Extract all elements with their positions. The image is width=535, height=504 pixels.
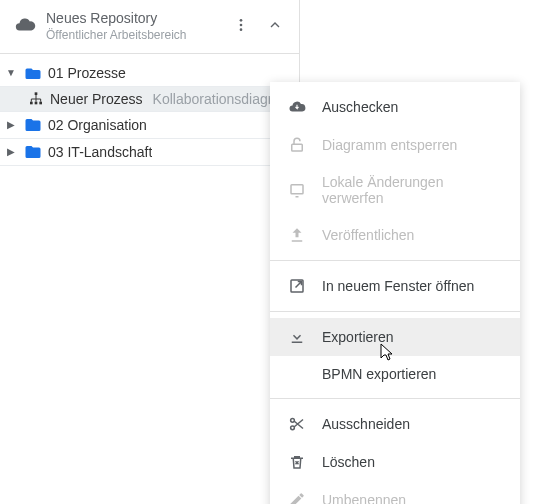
tree-folder-organisation[interactable]: ▶ 02 Organisation bbox=[0, 112, 299, 138]
scissors-icon bbox=[288, 415, 306, 433]
trash-icon bbox=[288, 453, 306, 471]
folder-icon bbox=[24, 116, 42, 134]
svg-rect-11 bbox=[292, 342, 303, 344]
repository-subtitle: Öffentlicher Arbeitsbereich bbox=[46, 28, 219, 43]
svg-rect-7 bbox=[292, 144, 303, 151]
menu-label: Ausschneiden bbox=[322, 416, 410, 432]
discard-icon bbox=[288, 181, 306, 199]
tree-hint: Kollaborationsdiagra. bbox=[153, 91, 285, 107]
menu-label: BPMN exportieren bbox=[322, 366, 436, 382]
folder-open-icon bbox=[24, 64, 42, 82]
menu-item-discard: Lokale Änderungen verwerfen bbox=[270, 164, 520, 216]
menu-label: Veröffentlichen bbox=[322, 227, 414, 243]
caret-right-icon: ▶ bbox=[4, 146, 18, 157]
svg-rect-3 bbox=[35, 92, 38, 95]
caret-down-icon: ▼ bbox=[4, 67, 18, 78]
sidebar: Neues Repository Öffentlicher Arbeitsber… bbox=[0, 0, 300, 504]
menu-item-open-new-window[interactable]: In neuem Fenster öffnen bbox=[270, 267, 520, 305]
svg-point-0 bbox=[240, 19, 243, 22]
tree-label: 03 IT-Landschaft bbox=[48, 144, 152, 160]
tree-folder-it-landschaft[interactable]: ▶ 03 IT-Landschaft bbox=[0, 139, 299, 165]
menu-item-bpmn-export[interactable]: BPMN exportieren bbox=[270, 356, 520, 392]
upload-icon bbox=[288, 226, 306, 244]
svg-rect-4 bbox=[30, 101, 33, 104]
tree-item-neuer-prozess[interactable]: Neuer Prozess Kollaborationsdiagra. bbox=[0, 87, 299, 111]
context-menu: Auschecken Diagramm entsperren Lokale Än… bbox=[270, 82, 520, 504]
svg-point-2 bbox=[240, 28, 243, 31]
lock-open-icon bbox=[288, 136, 306, 154]
menu-label: Auschecken bbox=[322, 99, 398, 115]
caret-right-icon: ▶ bbox=[4, 119, 18, 130]
tree-label: Neuer Prozess bbox=[50, 91, 143, 107]
menu-label: In neuem Fenster öffnen bbox=[322, 278, 474, 294]
menu-label: Löschen bbox=[322, 454, 375, 470]
menu-item-checkout[interactable]: Auschecken bbox=[270, 88, 520, 126]
tree-label: 02 Organisation bbox=[48, 117, 147, 133]
menu-item-cut[interactable]: Ausschneiden bbox=[270, 405, 520, 443]
menu-label: Diagramm entsperren bbox=[322, 137, 457, 153]
menu-label: Lokale Änderungen verwerfen bbox=[322, 174, 502, 206]
diagram-icon bbox=[28, 91, 44, 107]
svg-rect-9 bbox=[292, 240, 303, 242]
menu-item-unlock: Diagramm entsperren bbox=[270, 126, 520, 164]
menu-label: Umbenennen bbox=[322, 492, 406, 504]
tree-label: 01 Prozesse bbox=[48, 65, 126, 81]
svg-rect-8 bbox=[291, 185, 303, 194]
menu-label: Exportieren bbox=[322, 329, 394, 345]
cloud-icon bbox=[14, 14, 36, 39]
open-external-icon bbox=[288, 277, 306, 295]
svg-point-1 bbox=[240, 23, 243, 26]
download-icon bbox=[288, 328, 306, 346]
cloud-download-icon bbox=[288, 98, 306, 116]
folder-icon bbox=[24, 143, 42, 161]
repository-header: Neues Repository Öffentlicher Arbeitsber… bbox=[0, 0, 299, 54]
repository-title: Neues Repository bbox=[46, 10, 219, 28]
collapse-icon[interactable] bbox=[263, 13, 287, 40]
more-icon[interactable] bbox=[229, 13, 253, 40]
menu-item-rename: Umbenennen bbox=[270, 481, 520, 504]
menu-item-publish: Veröffentlichen bbox=[270, 216, 520, 254]
pencil-icon bbox=[288, 491, 306, 504]
svg-rect-6 bbox=[39, 101, 42, 104]
tree: ▼ 01 Prozesse Neuer Prozess Kollaboratio… bbox=[0, 54, 299, 172]
menu-item-export[interactable]: Exportieren bbox=[270, 318, 520, 356]
menu-item-delete[interactable]: Löschen bbox=[270, 443, 520, 481]
tree-folder-prozesse[interactable]: ▼ 01 Prozesse bbox=[0, 60, 299, 86]
svg-rect-5 bbox=[35, 101, 38, 104]
